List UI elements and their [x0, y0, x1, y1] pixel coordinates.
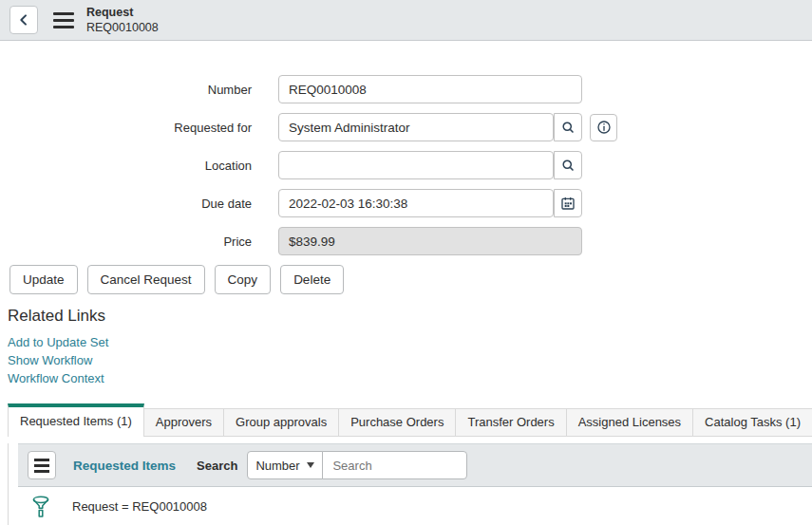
- form-action-buttons: Update Cancel Request Copy Delete: [9, 265, 812, 294]
- list-search-input[interactable]: [322, 451, 467, 479]
- field-row-price: Price: [0, 227, 812, 255]
- tab-approvers[interactable]: Approvers: [143, 408, 224, 436]
- form-header-bar: Request REQ0010008: [0, 0, 812, 41]
- calendar-icon: [560, 196, 576, 211]
- requested-items-panel: Requested Items Search Number Request = …: [8, 443, 812, 525]
- chevron-left-icon: [16, 12, 31, 28]
- page-title: Request: [86, 5, 159, 20]
- copy-button[interactable]: Copy: [215, 265, 272, 294]
- price-label: Price: [0, 234, 278, 249]
- field-row-requested-for: Requested for: [0, 113, 812, 141]
- link-show-workflow[interactable]: Show Workflow: [8, 351, 812, 369]
- back-button[interactable]: [9, 6, 38, 34]
- list-filter-row: Request = REQ0010008: [9, 496, 812, 518]
- field-row-location: Location: [0, 151, 812, 179]
- due-date-picker-button[interactable]: [554, 189, 582, 217]
- record-number: REQ0010008: [86, 20, 159, 35]
- location-label: Location: [0, 159, 278, 173]
- tab-requested-items[interactable]: Requested Items (1): [8, 403, 144, 437]
- number-label: Number: [0, 83, 278, 97]
- list-context-menu-button[interactable]: [28, 451, 56, 479]
- link-workflow-context[interactable]: Workflow Context: [8, 369, 812, 387]
- list-filter-condition[interactable]: Request = REQ0010008: [72, 499, 207, 514]
- caret-down-icon: [307, 462, 314, 468]
- field-row-due-date: Due date: [0, 189, 812, 217]
- requested-for-preview-button[interactable]: [590, 114, 617, 141]
- cancel-request-button[interactable]: Cancel Request: [87, 265, 205, 294]
- requested-for-input[interactable]: [278, 113, 554, 141]
- tab-assigned-licenses[interactable]: Assigned Licenses: [566, 408, 693, 436]
- requested-for-lookup-button[interactable]: [554, 113, 582, 141]
- related-links-section: Related Links Add to Update Set Show Wor…: [8, 307, 812, 387]
- search-field-value: Number: [255, 459, 299, 473]
- delete-button[interactable]: Delete: [280, 265, 344, 294]
- search-icon: [561, 121, 576, 135]
- related-lists-tabs: Requested Items (1) Approvers Group appr…: [8, 403, 812, 525]
- tab-purchase-orders[interactable]: Purchase Orders: [338, 408, 456, 436]
- location-input[interactable]: [278, 151, 554, 179]
- tab-group-approvals[interactable]: Group approvals: [223, 408, 339, 436]
- number-input[interactable]: [278, 75, 582, 103]
- requested-for-label: Requested for: [0, 121, 278, 135]
- location-lookup-button[interactable]: [554, 151, 582, 179]
- list-header: Requested Items Search Number: [18, 443, 812, 487]
- form-context-menu-icon[interactable]: [53, 12, 74, 28]
- request-form: Number Requested for Location: [0, 41, 812, 255]
- due-date-input[interactable]: [278, 189, 554, 217]
- list-search-label: Search: [197, 459, 237, 473]
- tab-catalog-tasks[interactable]: Catalog Tasks (1): [692, 408, 812, 436]
- update-button[interactable]: Update: [9, 265, 78, 294]
- field-row-number: Number: [0, 75, 812, 103]
- list-title[interactable]: Requested Items: [73, 459, 176, 473]
- info-icon: [596, 120, 612, 135]
- tab-transfer-orders[interactable]: Transfer Orders: [455, 408, 566, 436]
- related-links-title: Related Links: [8, 307, 812, 326]
- due-date-label: Due date: [0, 197, 278, 211]
- price-input: [278, 227, 582, 255]
- filter-funnel-icon[interactable]: [32, 496, 49, 518]
- link-add-to-update-set[interactable]: Add to Update Set: [8, 333, 812, 351]
- search-field-select[interactable]: Number: [247, 451, 323, 479]
- search-icon: [561, 159, 576, 173]
- tab-strip: Requested Items (1) Approvers Group appr…: [8, 403, 812, 437]
